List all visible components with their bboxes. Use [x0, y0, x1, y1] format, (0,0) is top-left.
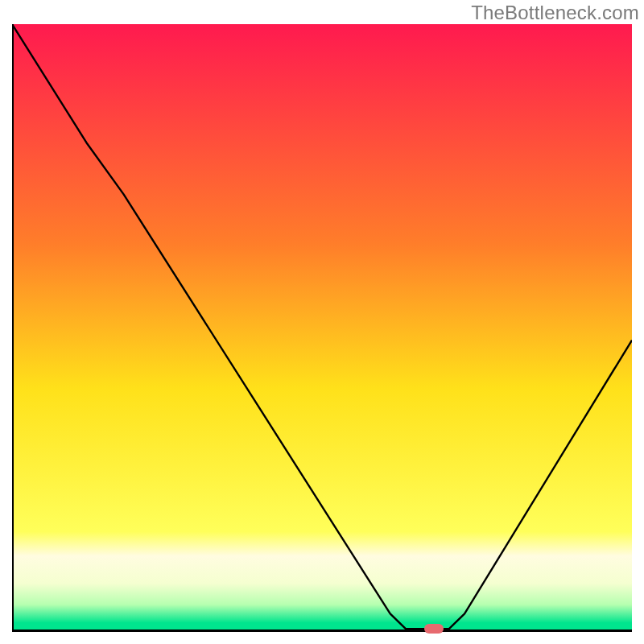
- optimal-point-marker: [424, 624, 444, 634]
- chart-container: TheBottleneck.com: [0, 0, 644, 644]
- chart-plot: [12, 24, 632, 632]
- watermark-label: TheBottleneck.com: [471, 2, 639, 24]
- chart-background: [12, 24, 632, 632]
